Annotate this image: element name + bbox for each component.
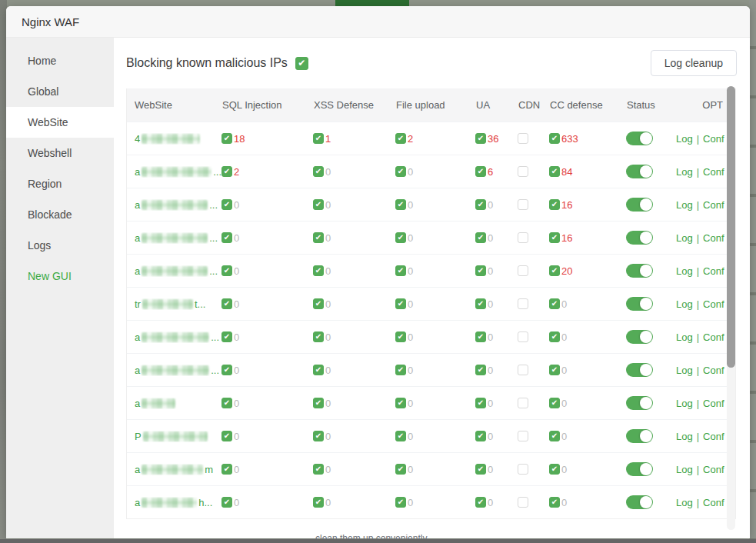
file-upload-checkbox[interactable]: ✔ — [395, 398, 406, 408]
ua-checkbox[interactable]: ✔ — [475, 497, 486, 508]
file-upload-checkbox[interactable]: ✔ — [395, 133, 406, 144]
xss-defense-checkbox[interactable]: ✔ — [313, 398, 324, 408]
log-link[interactable]: Log — [676, 232, 693, 244]
cdn-checkbox[interactable] — [518, 497, 528, 508]
ua-checkbox[interactable]: ✔ — [475, 331, 486, 342]
status-toggle[interactable] — [626, 297, 653, 311]
sql-injection-checkbox[interactable]: ✔ — [221, 398, 232, 408]
conf-link[interactable]: Conf — [703, 365, 724, 376]
table-scrollbar-thumb[interactable] — [727, 86, 735, 368]
status-toggle[interactable] — [626, 495, 653, 509]
status-toggle[interactable] — [626, 396, 653, 410]
xss-defense-checkbox[interactable]: ✔ — [313, 431, 324, 441]
sidebar-item-logs[interactable]: Logs — [6, 230, 114, 261]
cc-defense-checkbox[interactable]: ✔ — [549, 199, 560, 210]
sidebar-item-webshell[interactable]: Webshell — [6, 138, 114, 168]
xss-defense-checkbox[interactable]: ✔ — [313, 199, 324, 210]
file-upload-checkbox[interactable]: ✔ — [395, 365, 406, 375]
sidebar-item-website[interactable]: WebSite — [6, 107, 114, 138]
cc-defense-checkbox[interactable]: ✔ — [549, 365, 560, 375]
cdn-checkbox[interactable] — [518, 166, 528, 177]
status-toggle[interactable] — [626, 165, 653, 178]
status-toggle[interactable] — [626, 231, 653, 245]
conf-link[interactable]: Conf — [703, 232, 724, 244]
sql-injection-checkbox[interactable]: ✔ — [221, 365, 232, 375]
log-link[interactable]: Log — [676, 497, 693, 508]
cdn-checkbox[interactable] — [518, 365, 528, 375]
cdn-checkbox[interactable] — [518, 431, 528, 441]
cc-defense-checkbox[interactable]: ✔ — [549, 431, 560, 441]
log-link[interactable]: Log — [676, 133, 693, 145]
cdn-checkbox[interactable] — [518, 232, 528, 243]
sql-injection-checkbox[interactable]: ✔ — [221, 331, 232, 342]
ua-checkbox[interactable]: ✔ — [475, 232, 486, 243]
xss-defense-checkbox[interactable]: ✔ — [313, 232, 324, 243]
conf-link[interactable]: Conf — [703, 265, 724, 277]
sql-injection-checkbox[interactable]: ✔ — [221, 431, 232, 441]
cc-defense-checkbox[interactable]: ✔ — [549, 166, 560, 177]
ua-checkbox[interactable]: ✔ — [475, 199, 486, 210]
status-toggle[interactable] — [626, 462, 653, 476]
ua-checkbox[interactable]: ✔ — [475, 365, 486, 375]
file-upload-checkbox[interactable]: ✔ — [395, 464, 406, 475]
status-toggle[interactable] — [626, 132, 653, 145]
sql-injection-checkbox[interactable]: ✔ — [221, 166, 232, 177]
log-link[interactable]: Log — [676, 431, 693, 442]
xss-defense-checkbox[interactable]: ✔ — [313, 298, 324, 309]
sidebar-item-new-gui[interactable]: New GUI — [6, 261, 114, 291]
conf-link[interactable]: Conf — [703, 464, 724, 475]
conf-link[interactable]: Conf — [703, 166, 724, 178]
log-link[interactable]: Log — [676, 331, 693, 343]
sql-injection-checkbox[interactable]: ✔ — [221, 497, 232, 508]
cc-defense-checkbox[interactable]: ✔ — [549, 232, 560, 243]
cdn-checkbox[interactable] — [518, 265, 528, 276]
status-toggle[interactable] — [626, 429, 653, 443]
xss-defense-checkbox[interactable]: ✔ — [313, 497, 324, 508]
cdn-checkbox[interactable] — [518, 398, 528, 408]
ua-checkbox[interactable]: ✔ — [475, 166, 486, 177]
file-upload-checkbox[interactable]: ✔ — [395, 199, 406, 210]
sql-injection-checkbox[interactable]: ✔ — [221, 265, 232, 276]
file-upload-checkbox[interactable]: ✔ — [395, 298, 406, 309]
sidebar-item-blockade[interactable]: Blockade — [6, 199, 114, 230]
conf-link[interactable]: Conf — [703, 331, 724, 343]
file-upload-checkbox[interactable]: ✔ — [395, 265, 406, 276]
cc-defense-checkbox[interactable]: ✔ — [549, 298, 560, 309]
cdn-checkbox[interactable] — [518, 199, 528, 210]
cdn-checkbox[interactable] — [518, 331, 528, 342]
conf-link[interactable]: Conf — [703, 431, 724, 442]
file-upload-checkbox[interactable]: ✔ — [395, 431, 406, 441]
sql-injection-checkbox[interactable]: ✔ — [221, 464, 232, 475]
file-upload-checkbox[interactable]: ✔ — [395, 232, 406, 243]
cc-defense-checkbox[interactable]: ✔ — [549, 497, 560, 508]
status-toggle[interactable] — [626, 363, 653, 377]
sql-injection-checkbox[interactable]: ✔ — [221, 199, 232, 210]
file-upload-checkbox[interactable]: ✔ — [395, 331, 406, 342]
status-toggle[interactable] — [626, 264, 653, 278]
table-scrollbar-track[interactable] — [727, 86, 735, 530]
cc-defense-checkbox[interactable]: ✔ — [549, 398, 560, 408]
log-link[interactable]: Log — [676, 398, 693, 409]
sql-injection-checkbox[interactable]: ✔ — [221, 133, 232, 144]
sql-injection-checkbox[interactable]: ✔ — [221, 232, 232, 243]
ua-checkbox[interactable]: ✔ — [475, 133, 486, 144]
log-cleanup-button[interactable]: Log cleanup — [651, 50, 737, 76]
sidebar-item-home[interactable]: Home — [6, 45, 114, 76]
log-link[interactable]: Log — [676, 199, 693, 211]
status-toggle[interactable] — [626, 198, 653, 212]
xss-defense-checkbox[interactable]: ✔ — [313, 365, 324, 375]
ua-checkbox[interactable]: ✔ — [475, 298, 486, 309]
conf-link[interactable]: Conf — [703, 497, 724, 508]
ua-checkbox[interactable]: ✔ — [475, 398, 486, 408]
sidebar-item-region[interactable]: Region — [6, 168, 114, 199]
cdn-checkbox[interactable] — [518, 464, 528, 475]
status-toggle[interactable] — [626, 330, 653, 344]
conf-link[interactable]: Conf — [703, 133, 724, 145]
sql-injection-checkbox[interactable]: ✔ — [221, 298, 232, 309]
ua-checkbox[interactable]: ✔ — [475, 464, 486, 475]
log-link[interactable]: Log — [676, 298, 693, 310]
cc-defense-checkbox[interactable]: ✔ — [549, 331, 560, 342]
log-link[interactable]: Log — [676, 166, 693, 178]
log-link[interactable]: Log — [676, 265, 693, 277]
xss-defense-checkbox[interactable]: ✔ — [313, 166, 324, 177]
